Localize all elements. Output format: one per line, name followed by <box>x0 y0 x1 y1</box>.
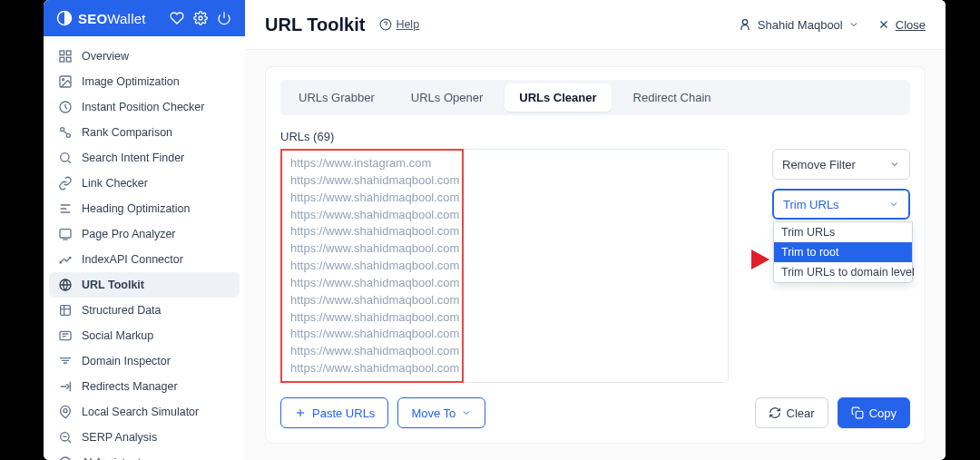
user-menu[interactable]: Shahid Maqbool <box>738 17 859 32</box>
sidebar-item-label: Rank Comparison <box>82 126 172 139</box>
sidebar-item-local-search-simulator[interactable]: Local Search Simulator <box>49 399 240 425</box>
trim-urls-select[interactable]: Trim URLs Trim URLsTrim to rootTrim URLs… <box>772 189 910 220</box>
sidebar-item-rank-comparison[interactable]: Rank Comparison <box>49 120 240 145</box>
svg-rect-12 <box>60 230 71 238</box>
help-label: Help <box>396 18 419 31</box>
tab-redirect-chain[interactable]: Redirect Chain <box>619 83 726 112</box>
sidebar-item-label: Local Search Simulator <box>82 406 199 418</box>
button-row: Paste URLs Move To Clear Copy <box>280 397 910 428</box>
sidebar-item-icon <box>58 455 73 460</box>
sidebar-item-icon <box>58 74 73 89</box>
svg-rect-25 <box>856 411 863 418</box>
sidebar-item-indexapi-connector[interactable]: IndexAPI Connector <box>49 247 240 272</box>
sidebar-item-image-optimization[interactable]: Image Optimization <box>49 69 240 94</box>
clear-button[interactable]: Clear <box>755 397 828 428</box>
close-label: Close <box>896 18 926 32</box>
tabs: URLs GrabberURLs OpenerURLs CleanerRedir… <box>280 80 910 115</box>
svg-rect-3 <box>66 51 71 55</box>
plus-icon <box>294 406 307 419</box>
logo-text-a: SEO <box>78 11 107 26</box>
svg-point-13 <box>60 262 61 263</box>
sidebar-item-icon <box>58 354 73 368</box>
sidebar-item-search-intent-finder[interactable]: Search Intent Finder <box>49 145 240 171</box>
sidebar-item-icon <box>58 405 73 419</box>
sidebar-item-label: Structured Data <box>82 304 162 317</box>
sidebar-item-icon <box>58 278 73 292</box>
chevron-down-icon <box>888 199 899 210</box>
svg-point-11 <box>61 153 69 161</box>
svg-rect-5 <box>60 57 64 62</box>
tab-urls-opener[interactable]: URLs Opener <box>397 83 497 112</box>
svg-rect-16 <box>61 306 71 316</box>
trim-option-trim-urls[interactable]: Trim URLs <box>774 222 912 242</box>
sidebar-item-label: Overview <box>82 50 129 63</box>
trim-urls-label: Trim URLs <box>783 198 839 211</box>
content: URLs GrabberURLs OpenerURLs CleanerRedir… <box>245 50 946 460</box>
sidebar-item-instant-position-checker[interactable]: Instant Position Checker <box>49 94 240 120</box>
svg-point-9 <box>61 128 64 132</box>
sidebar-item-ai-assistant[interactable]: AI Assistant <box>49 450 240 460</box>
sidebar-item-serp-analysis[interactable]: SERP Analysis <box>49 425 240 450</box>
sidebar-item-overview[interactable]: Overview <box>49 44 240 69</box>
refresh-icon <box>769 406 781 419</box>
sidebar-item-icon <box>58 227 73 241</box>
sidebar-item-link-checker[interactable]: Link Checker <box>49 171 240 196</box>
sidebar-item-label: Domain Inspector <box>82 355 171 367</box>
sidebar-item-label: AI Assistant <box>82 456 141 460</box>
trim-option-trim-urls-to-domain-level[interactable]: Trim URLs to domain level <box>774 262 912 282</box>
sidebar-item-label: Instant Position Checker <box>82 101 205 113</box>
sidebar-item-label: Social Markup <box>82 329 153 342</box>
paste-urls-button[interactable]: Paste URLs <box>280 397 388 428</box>
copy-icon <box>851 406 864 419</box>
trim-option-trim-to-root[interactable]: Trim to root <box>774 242 912 262</box>
close-button[interactable]: Close <box>877 18 926 32</box>
svg-point-10 <box>66 133 70 137</box>
power-icon[interactable] <box>216 10 232 26</box>
sidebar-item-heading-optimization[interactable]: Heading Optimization <box>49 196 240 221</box>
sidebar-item-icon <box>58 379 73 394</box>
sidebar-item-label: SERP Analysis <box>82 431 157 444</box>
tab-urls-cleaner[interactable]: URLs Cleaner <box>505 83 611 112</box>
sidebar-item-page-pro-analyzer[interactable]: Page Pro Analyzer <box>49 221 240 247</box>
sidebar-item-icon <box>58 49 73 64</box>
paste-urls-label: Paste URLs <box>312 406 375 420</box>
svg-point-14 <box>70 257 71 258</box>
sidebar-item-icon <box>58 176 73 191</box>
page-title: URL Toolkit <box>265 15 365 35</box>
logo[interactable]: SEOWallet <box>56 10 162 26</box>
sidebar-item-domain-inspector[interactable]: Domain Inspector <box>49 348 240 374</box>
gear-icon[interactable] <box>192 10 209 26</box>
sidebar-item-structured-data[interactable]: Structured Data <box>49 298 240 323</box>
remove-filter-label: Remove Filter <box>782 158 856 171</box>
sidebar-item-label: Image Optimization <box>82 75 180 88</box>
sidebar-item-label: URL Toolkit <box>82 279 144 291</box>
svg-point-1 <box>199 16 202 20</box>
copy-button[interactable]: Copy <box>838 397 910 428</box>
logo-text-b: Wallet <box>107 11 145 26</box>
sidebar-item-icon <box>58 151 73 165</box>
svg-rect-4 <box>66 57 71 62</box>
urls-textarea[interactable] <box>280 149 729 383</box>
sidebar-item-label: Heading Optimization <box>82 202 191 215</box>
urls-count-label: URLs (69) <box>280 130 910 143</box>
sidebar-list: OverviewImage OptimizationInstant Positi… <box>44 36 245 460</box>
move-to-label: Move To <box>411 406 456 420</box>
sidebar-item-label: IndexAPI Connector <box>82 253 183 266</box>
remove-filter-select[interactable]: Remove Filter <box>772 149 910 180</box>
chevron-down-icon <box>461 407 472 418</box>
sidebar-item-icon <box>58 328 73 343</box>
sidebar-header: SEOWallet <box>44 0 245 36</box>
urls-textarea-wrap <box>280 149 729 387</box>
sidebar-item-url-toolkit[interactable]: URL Toolkit <box>49 272 240 298</box>
chevron-down-icon <box>889 159 900 170</box>
move-to-button[interactable]: Move To <box>397 397 485 428</box>
tab-urls-grabber[interactable]: URLs Grabber <box>284 83 389 112</box>
heart-icon[interactable] <box>169 10 185 26</box>
help-icon <box>379 18 392 31</box>
sidebar-item-redirects-manager[interactable]: Redirects Manager <box>49 374 240 399</box>
sidebar-item-label: Search Intent Finder <box>82 152 184 164</box>
help-link[interactable]: Help <box>379 18 419 31</box>
sidebar-item-icon <box>58 430 73 445</box>
logo-icon <box>56 10 73 26</box>
sidebar-item-social-markup[interactable]: Social Markup <box>49 323 240 348</box>
